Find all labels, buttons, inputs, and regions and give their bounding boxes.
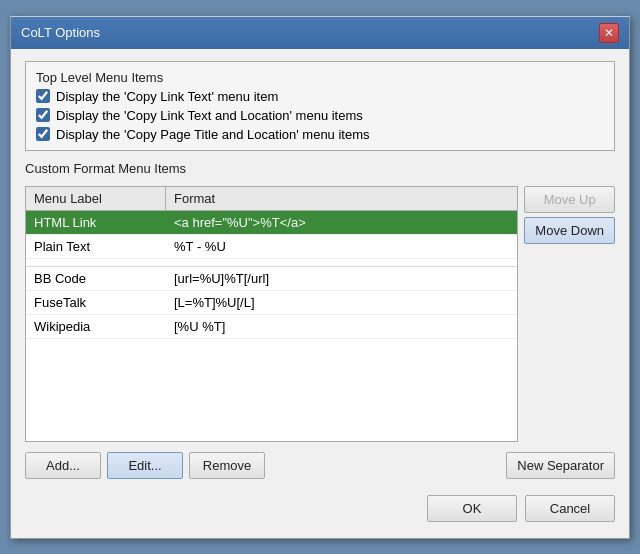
cell-format: [L=%T]%U[/L] (166, 291, 517, 314)
ok-button[interactable]: OK (427, 495, 517, 522)
checkbox-copy-page-title[interactable] (36, 127, 50, 141)
table-row[interactable]: Plain Text %T - %U (26, 235, 517, 259)
table-header: Menu Label Format (26, 187, 517, 211)
close-button[interactable]: ✕ (599, 23, 619, 43)
checkbox-row-2: Display the 'Copy Link Text and Location… (36, 108, 604, 123)
custom-format-section: Custom Format Menu Items Menu Label Form… (25, 161, 615, 481)
top-level-section: Top Level Menu Items Display the 'Copy L… (25, 61, 615, 151)
checkbox-row-3: Display the 'Copy Page Title and Locatio… (36, 127, 604, 142)
cell-format: <a href="%U">%T</a> (166, 211, 517, 234)
edit-button[interactable]: Edit... (107, 452, 183, 479)
side-buttons: Move Up Move Down (524, 186, 615, 244)
cell-format: [%U %T] (166, 315, 517, 338)
top-level-label: Top Level Menu Items (36, 70, 604, 85)
move-up-button[interactable]: Move Up (524, 186, 615, 213)
table-row[interactable]: FuseTalk [L=%T]%U[/L] (26, 291, 517, 315)
checkbox-copy-link-text-label: Display the 'Copy Link Text' menu item (56, 89, 278, 104)
ok-cancel-row: OK Cancel (25, 491, 615, 526)
remove-button[interactable]: Remove (189, 452, 265, 479)
custom-format-label: Custom Format Menu Items (25, 161, 615, 176)
dialog-title: CoLT Options (21, 25, 100, 40)
table-body: HTML Link <a href="%U">%T</a> Plain Text… (26, 211, 517, 441)
cell-format: %T - %U (166, 235, 517, 258)
colt-options-dialog: CoLT Options ✕ Top Level Menu Items Disp… (10, 16, 630, 539)
checkbox-copy-page-title-label: Display the 'Copy Page Title and Locatio… (56, 127, 370, 142)
custom-format-content: Menu Label Format HTML Link <a href="%U"… (25, 186, 615, 442)
format-table: Menu Label Format HTML Link <a href="%U"… (25, 186, 518, 442)
bottom-buttons: Add... Edit... Remove New Separator (25, 448, 615, 481)
col-format: Format (166, 187, 517, 210)
cell-label: BB Code (26, 267, 166, 290)
table-row[interactable]: Wikipedia [%U %T] (26, 315, 517, 339)
bottom-left-buttons: Add... Edit... Remove (25, 452, 265, 479)
new-separator-button[interactable]: New Separator (506, 452, 615, 479)
add-button[interactable]: Add... (25, 452, 101, 479)
bottom-right-buttons: New Separator (506, 452, 615, 479)
table-separator-row (26, 259, 517, 267)
table-row[interactable]: HTML Link <a href="%U">%T</a> (26, 211, 517, 235)
checkbox-copy-link-text-location-label: Display the 'Copy Link Text and Location… (56, 108, 363, 123)
title-bar: CoLT Options ✕ (11, 17, 629, 49)
cell-label: HTML Link (26, 211, 166, 234)
cancel-button[interactable]: Cancel (525, 495, 615, 522)
cell-label: Plain Text (26, 235, 166, 258)
checkbox-copy-link-text[interactable] (36, 89, 50, 103)
cell-label: FuseTalk (26, 291, 166, 314)
cell-format: [url=%U]%T[/url] (166, 267, 517, 290)
dialog-body: Top Level Menu Items Display the 'Copy L… (11, 49, 629, 538)
table-row[interactable]: BB Code [url=%U]%T[/url] (26, 267, 517, 291)
move-down-button[interactable]: Move Down (524, 217, 615, 244)
col-menu-label: Menu Label (26, 187, 166, 210)
checkbox-row-1: Display the 'Copy Link Text' menu item (36, 89, 604, 104)
cell-label: Wikipedia (26, 315, 166, 338)
checkbox-copy-link-text-location[interactable] (36, 108, 50, 122)
